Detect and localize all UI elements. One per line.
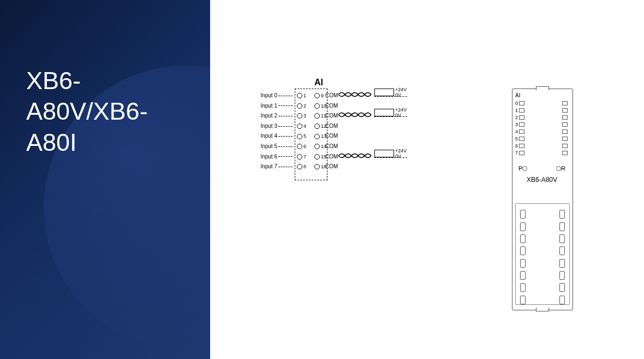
led-row <box>561 114 569 121</box>
terminal <box>314 113 320 119</box>
wire-lead <box>278 156 293 157</box>
shielded-cable <box>338 111 373 119</box>
power-supply: +24V 0V <box>374 150 407 157</box>
power-supply: +24V 0V <box>374 109 407 116</box>
connector-pin <box>520 296 526 304</box>
terminal-number: 6 <box>303 142 306 152</box>
r-led <box>556 166 561 171</box>
terminal <box>314 93 320 98</box>
terminal <box>297 103 302 109</box>
led-row <box>561 128 569 135</box>
terminal-number: 1 <box>303 91 306 101</box>
connector-pin <box>520 234 526 243</box>
led-row: 2 <box>515 114 528 121</box>
connector-pin <box>559 283 565 292</box>
shielded-cable <box>338 152 373 160</box>
psu-plus-label: +24V <box>395 107 407 113</box>
led-row <box>561 121 569 128</box>
terminal <box>297 154 302 160</box>
module-clip-top <box>536 86 549 90</box>
connector-pin <box>559 271 565 280</box>
terminal-column-left <box>297 91 302 172</box>
slide-title: XB6-A80V/XB6-A80I <box>26 66 190 158</box>
psu-plus-label: +24V <box>395 148 407 154</box>
model-label: XB6-A80V <box>512 176 572 184</box>
led-indicator <box>519 151 524 155</box>
led-indicator-area: AI 0 1 2 3 4 5 6 7 <box>515 92 569 158</box>
led-indicator <box>519 115 524 120</box>
led-row: 5 <box>515 135 528 142</box>
psu-minus-label: 0V <box>395 154 401 159</box>
input-label: Input 5 <box>255 142 277 152</box>
terminal-number: 8 <box>303 162 306 172</box>
psu-plus-label: +24V <box>395 87 407 92</box>
shielded-cable <box>338 91 373 98</box>
led-row: 3 <box>515 121 528 128</box>
title-panel: XB6-A80V/XB6-A80I <box>0 0 210 359</box>
input-row: Input 0 <box>255 91 293 101</box>
led-indicator <box>562 130 568 134</box>
led-channel-label: 2 <box>515 115 518 120</box>
led-row <box>561 99 569 107</box>
led-row: 7 <box>515 149 528 156</box>
led-indicator <box>562 144 568 148</box>
com-label: COM <box>325 142 338 152</box>
module-front-view: AI 0 1 2 3 4 5 6 7 <box>512 89 572 309</box>
input-row: Input 2 <box>255 111 293 121</box>
led-channel-label: 1 <box>515 108 518 113</box>
terminal-number: 7 <box>303 152 306 162</box>
led-column-left: AI 0 1 2 3 4 5 6 7 <box>515 92 528 156</box>
input-row: Input 6 <box>255 152 293 162</box>
r-label: R <box>561 165 565 172</box>
terminal-column-right <box>314 91 320 172</box>
com-label: COM <box>325 101 338 111</box>
led-indicator <box>562 101 568 105</box>
connector-pin <box>559 259 565 268</box>
terminal-number: 4 <box>303 121 306 132</box>
wiring-title: AI <box>314 78 323 87</box>
connector-pin <box>559 246 565 255</box>
terminal <box>297 134 302 139</box>
connector-pin <box>520 283 526 292</box>
connector-pin <box>559 234 565 243</box>
terminal <box>314 123 320 129</box>
led-indicator <box>519 108 524 113</box>
power-supply: +24V 0V <box>374 89 407 96</box>
input-label: Input 3 <box>255 121 277 132</box>
connector-pin <box>520 210 526 219</box>
terminal <box>314 164 320 169</box>
input-labels: Input 0 Input 1 Input 2 Input 3 Input 4 … <box>255 91 293 172</box>
connector-column-left <box>520 208 526 306</box>
input-row: Input 4 <box>255 131 293 142</box>
led-indicator <box>562 115 568 120</box>
led-channel-label: 7 <box>515 150 518 156</box>
wire-lead <box>278 96 293 96</box>
led-channel-label: 0 <box>515 101 518 106</box>
led-row: 1 <box>515 107 528 114</box>
input-label: Input 4 <box>255 131 277 142</box>
led-row <box>561 142 569 149</box>
psu-box <box>374 150 394 157</box>
slide: XB6-A80V/XB6-A80I AI Input 0 Input 1 Inp… <box>0 0 644 359</box>
connector-column-right <box>559 208 565 306</box>
wire-lead <box>278 105 293 106</box>
led-indicator <box>562 137 568 141</box>
input-label: Input 1 <box>255 101 277 111</box>
terminal <box>314 134 320 139</box>
input-label: Input 2 <box>255 111 277 121</box>
psu-ground-line <box>374 157 407 158</box>
wiring-diagram: AI Input 0 Input 1 Input 2 Input 3 Input… <box>255 81 419 196</box>
led-indicator <box>519 137 524 141</box>
p-led <box>522 166 527 171</box>
terminal-number: 2 <box>303 101 306 111</box>
led-channel-label: 5 <box>515 136 518 142</box>
p-label: P <box>518 165 522 172</box>
led-column-right <box>560 92 569 156</box>
wire-lead <box>278 126 293 127</box>
input-row: Input 7 <box>255 162 293 172</box>
psu-minus-label: 0V <box>395 113 401 118</box>
connector-pin <box>559 222 565 231</box>
com-label: COM <box>325 121 338 132</box>
led-header-spacer <box>567 92 569 99</box>
com-label: COM <box>325 152 338 162</box>
